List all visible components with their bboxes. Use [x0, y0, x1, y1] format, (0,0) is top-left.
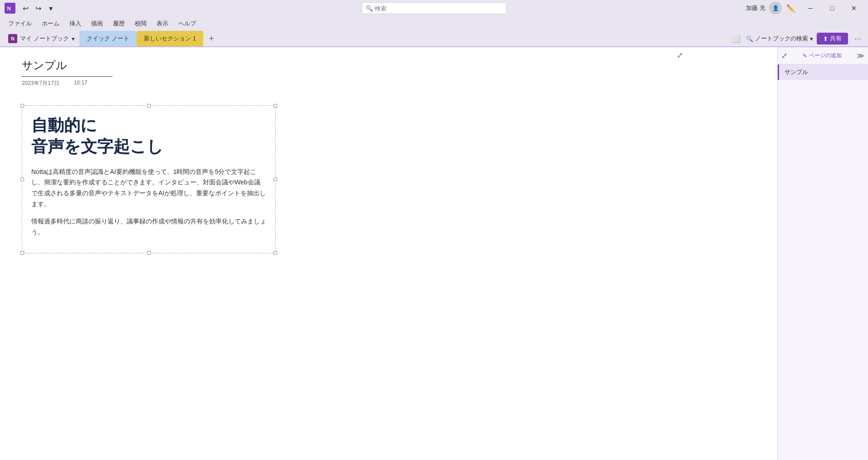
main-layout: ⤢ サンプル 2023年7月17日 10:17 自動的に 音声を文字起こし [0, 47, 868, 460]
content-block[interactable]: 自動的に 音声を文字起こし Nottaは高精度の音声認識とAI要約機能を使って、… [22, 105, 276, 253]
menu-history[interactable]: 履歴 [108, 18, 129, 30]
svg-text:N: N [7, 5, 11, 12]
user-avatar[interactable]: 👤 [769, 2, 782, 15]
search-input[interactable] [375, 5, 503, 12]
page-time: 10:17 [74, 79, 88, 87]
add-page-button[interactable]: ✎ ページの追加 [799, 50, 845, 61]
menu-file[interactable]: ファイル [4, 18, 36, 30]
restore-button[interactable]: □ [822, 0, 843, 16]
undo-button[interactable]: ↩ [20, 3, 31, 14]
notebook-search[interactable]: 🔍 ノートブックの検索 ▾ [746, 35, 813, 43]
collapse-sidebar-button[interactable]: ≫ [857, 51, 864, 60]
user-name: 加藤 充 [746, 4, 765, 12]
search-icon: 🔍 [366, 5, 373, 12]
sidebar-expand-button[interactable]: ⤢ [781, 51, 787, 60]
notebook-label[interactable]: N マイ ノートブック ▾ [4, 31, 79, 46]
notebook-dropdown-icon: ▾ [72, 35, 75, 42]
content-heading: 自動的に 音声を文字起こし [31, 115, 266, 158]
handle-bottom-right[interactable] [274, 251, 277, 255]
menu-draw[interactable]: 描画 [87, 18, 108, 30]
global-search[interactable]: 🔍 [362, 2, 507, 14]
handle-middle-left[interactable] [20, 178, 24, 181]
handle-bottom-left[interactable] [20, 251, 24, 255]
minimize-button[interactable]: ─ [800, 0, 821, 16]
menu-bar: ファイル ホーム 挿入 描画 履歴 校閲 表示 ヘルプ [0, 16, 868, 31]
menu-insert[interactable]: 挿入 [65, 18, 86, 30]
page-date-row: 2023年7月17日 10:17 [22, 79, 755, 87]
expand-button[interactable]: ⤢ [677, 51, 683, 59]
tab-new-section-1[interactable]: 新しいセクション 1 [137, 31, 203, 46]
add-section-button[interactable]: + [205, 32, 218, 45]
handle-top-middle[interactable] [147, 104, 151, 108]
expand-view-button[interactable]: ⬜ [730, 32, 742, 45]
history-dropdown[interactable]: ▾ [45, 3, 56, 14]
menu-view[interactable]: 表示 [152, 18, 173, 30]
menu-help[interactable]: ヘルプ [174, 18, 201, 30]
content-body-2: 情報過多時代に商談の振り返り、議事録の作成や情報の共有を効率化してみましょう。 [31, 216, 266, 238]
sidebar-toolbar: ⤢ ✎ ページの追加 ≫ [778, 47, 868, 64]
notebook-search-dropdown: ▾ [810, 35, 813, 42]
tab-quick-note[interactable]: クイック ノート [79, 31, 137, 46]
page-title: サンプル [22, 58, 755, 73]
share-button[interactable]: ⬆ 共有 [817, 33, 848, 45]
handle-top-left[interactable] [20, 104, 24, 108]
menu-review[interactable]: 校閲 [130, 18, 151, 30]
notebook-name: マイ ノートブック [20, 35, 69, 43]
window-controls: ─ □ ✕ [800, 0, 864, 16]
app-logo: N [4, 2, 16, 15]
title-bar-right: 加藤 充 👤 ✏️ [746, 2, 796, 15]
notebook-search-icon: 🔍 [746, 35, 753, 42]
add-page-icon: ✎ [803, 53, 807, 59]
menu-home[interactable]: ホーム [37, 18, 64, 30]
more-options-button[interactable]: ⋯ [852, 32, 864, 45]
page-list-item[interactable]: サンプル [778, 64, 868, 80]
history-controls: ↩ ↪ ▾ [20, 3, 56, 14]
right-sidebar: ⤢ ✎ ページの追加 ≫ サンプル [777, 47, 868, 460]
notebook-icon: N [8, 34, 17, 43]
close-button[interactable]: ✕ [843, 0, 864, 16]
handle-middle-right[interactable] [274, 178, 277, 181]
content-area: ⤢ サンプル 2023年7月17日 10:17 自動的に 音声を文字起こし [0, 47, 777, 460]
redo-button[interactable]: ↪ [33, 3, 44, 14]
title-bar: N ↩ ↪ ▾ サンプル - OneNote 🔍 加藤 充 👤 ✏️ ─ □ ✕ [0, 0, 868, 16]
tab-bar-right: ⬜ 🔍 ノートブックの検索 ▾ ⬆ 共有 ⋯ [730, 31, 864, 46]
content-body-1: Nottaは高精度の音声認識とAI要約機能を使って、1時間の音声を5分で文字起こ… [31, 167, 266, 210]
page-header: サンプル 2023年7月17日 10:17 [0, 47, 777, 87]
pen-icon-button[interactable]: ✏️ [785, 3, 796, 14]
handle-top-right[interactable] [274, 104, 277, 108]
tab-bar: N マイ ノートブック ▾ クイック ノート 新しいセクション 1 + ⬜ 🔍 … [0, 31, 868, 47]
share-icon: ⬆ [823, 35, 828, 42]
page-date: 2023年7月17日 [22, 79, 59, 87]
handle-bottom-middle[interactable] [147, 251, 151, 255]
page-divider [22, 76, 113, 77]
